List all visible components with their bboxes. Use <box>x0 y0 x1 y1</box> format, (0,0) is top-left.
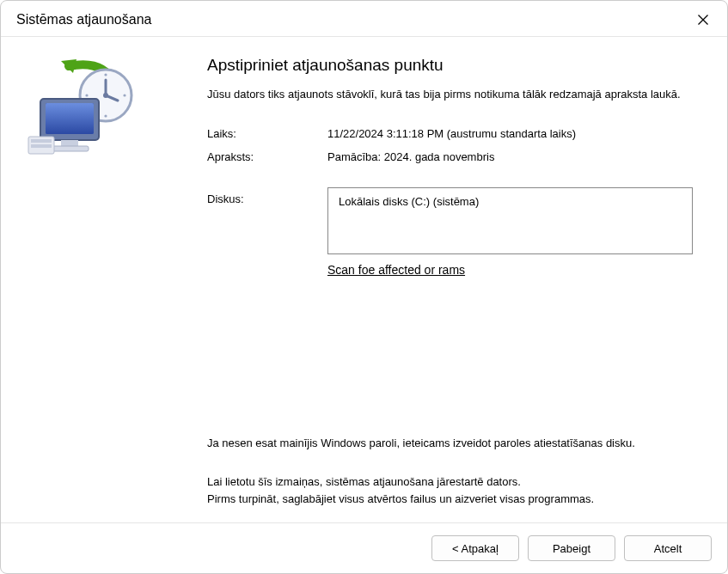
time-value: 11/22/2024 3:11:18 PM (austrumu standart… <box>327 127 693 140</box>
close-button[interactable] <box>691 8 715 32</box>
drives-label: Diskus: <box>207 187 327 205</box>
svg-point-7 <box>104 73 107 76</box>
time-row: Laiks: 11/22/2024 3:11:18 PM (austrumu s… <box>207 127 693 140</box>
system-restore-icon <box>21 58 142 161</box>
svg-rect-18 <box>31 144 52 148</box>
drives-row: Diskus: Lokālais disks (C:) (sistēma) <box>207 187 693 254</box>
scan-link-row: Scan foe affected or rams <box>207 263 693 277</box>
scan-affected-programs-link[interactable]: Scan foe affected or rams <box>327 263 465 277</box>
description-label: Apraksts: <box>207 150 327 163</box>
description-value: Pamācība: 2024. gada novembris <box>327 150 693 163</box>
system-restore-dialog: Sistēmas atjaunošana <box>0 0 728 574</box>
page-heading: Apstipriniet atjaunošanas punktu <box>207 56 693 75</box>
cancel-button[interactable]: Atcelt <box>624 535 712 561</box>
restart-note-line1: Lai lietotu šīs izmaiņas, sistēmas atjau… <box>207 473 693 491</box>
titlebar: Sistēmas atjaunošana <box>1 1 727 37</box>
description-row: Apraksts: Pamācība: 2024. gada novembris <box>207 150 693 163</box>
window-title: Sistēmas atjaunošana <box>16 12 151 27</box>
password-note: Ja nesen esat mainījis Windows paroli, i… <box>207 435 693 452</box>
footer: < Atpakaļ Pabeigt Atcelt <box>1 522 727 573</box>
svg-rect-17 <box>31 139 52 143</box>
dialog-body: Apstipriniet atjaunošanas punktu Jūsu da… <box>1 37 727 522</box>
close-icon <box>697 14 709 26</box>
svg-rect-15 <box>51 146 89 151</box>
main-content: Apstipriniet atjaunošanas punktu Jūsu da… <box>199 37 727 522</box>
svg-rect-13 <box>46 103 94 134</box>
drive-item: Lokālais disks (C:) (sistēma) <box>339 195 682 208</box>
svg-point-10 <box>85 94 88 96</box>
sidebar <box>1 37 199 522</box>
svg-rect-14 <box>61 140 78 146</box>
restart-note: Lai lietotu šīs izmaiņas, sistēmas atjau… <box>207 473 693 507</box>
svg-point-9 <box>104 114 107 117</box>
page-subtext: Jūsu dators tiks atjaunots stāvoklī, kur… <box>207 87 693 103</box>
drives-listbox[interactable]: Lokālais disks (C:) (sistēma) <box>327 187 693 254</box>
time-label: Laiks: <box>207 127 327 140</box>
back-button[interactable]: < Atpakaļ <box>431 535 519 561</box>
svg-marker-2 <box>61 59 76 73</box>
svg-point-8 <box>123 94 125 96</box>
finish-button[interactable]: Pabeigt <box>528 535 615 561</box>
restart-note-line2: Pirms turpināt, saglabājiet visus atvērt… <box>207 491 693 508</box>
